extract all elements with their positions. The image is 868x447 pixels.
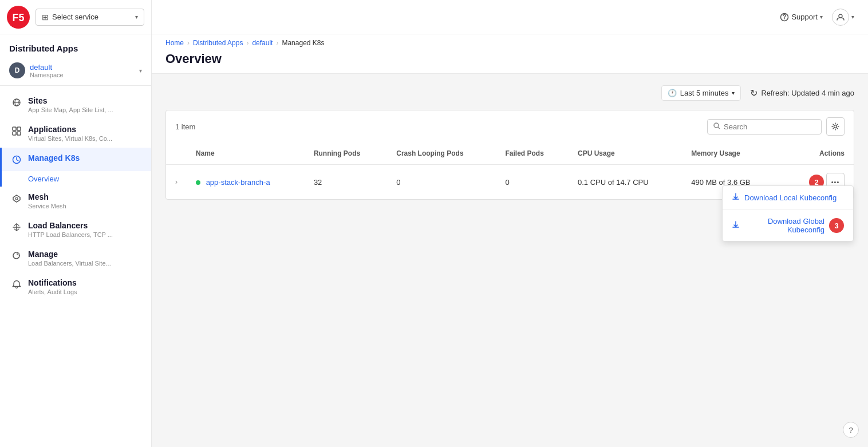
mesh-title: Mesh <box>28 192 66 201</box>
load-balancers-title: Load Balancers <box>28 221 113 230</box>
support-icon <box>780 13 789 22</box>
refresh-button[interactable]: ↻ Refresh: Updated 4 min ago <box>750 88 854 98</box>
notifications-sub: Alerts, Audit Logs <box>28 288 77 295</box>
svg-rect-7 <box>13 132 16 135</box>
topbar-right: Support ▾ ▾ <box>780 9 854 26</box>
search-input[interactable] <box>724 122 815 131</box>
sidebar-section-title: Distributed Apps <box>0 34 151 58</box>
svg-point-15 <box>834 125 837 128</box>
sidebar-item-manage[interactable]: Manage Load Balancers, Virtual Site... <box>0 244 151 272</box>
time-chevron-icon: ▾ <box>732 90 735 96</box>
item-count: 1 item <box>175 122 195 131</box>
svg-marker-10 <box>13 195 20 202</box>
namespace-name: default <box>30 63 139 72</box>
breadcrumb-home[interactable]: Home <box>165 39 184 47</box>
svg-rect-8 <box>17 132 21 135</box>
sidebar-subitem-overview[interactable]: Overview <box>0 171 151 187</box>
f5-logo: F5 <box>7 6 30 29</box>
svg-text:F5: F5 <box>12 12 24 23</box>
user-chevron-icon: ▾ <box>851 14 854 20</box>
sidebar-item-mesh[interactable]: Mesh Service Mesh <box>0 187 151 215</box>
load-balancers-sub: HTTP Load Balancers, TCP ... <box>28 231 113 238</box>
download-local-kubeconfig[interactable]: Download Local Kubeconfig <box>723 186 853 210</box>
sidebar-header: F5 ⊞ Select service ▾ <box>0 0 151 34</box>
managed-k8s-icon <box>11 154 22 165</box>
more-icon: ••• <box>831 179 840 185</box>
refresh-label: Refresh: Updated 4 min ago <box>761 89 854 97</box>
page-title: Overview <box>165 49 854 73</box>
row-crash-looping-pods: 0 <box>387 165 496 200</box>
user-button[interactable]: ▾ <box>832 9 854 26</box>
managed-k8s-title: Managed K8s <box>28 153 80 163</box>
breadcrumb-default[interactable]: default <box>252 39 273 47</box>
mesh-sub: Service Mesh <box>28 203 66 209</box>
content-header: Home › Distributed Apps › default › Mana… <box>152 34 868 74</box>
namespace-selector[interactable]: D default Namespace ▾ <box>0 58 151 86</box>
user-avatar <box>832 9 849 26</box>
sidebar-item-managed-k8s[interactable]: Managed K8s <box>0 148 151 171</box>
download-local-label: Download Local Kubeconfig <box>744 193 837 202</box>
col-actions: Actions <box>781 143 854 165</box>
download-global-icon <box>732 221 740 231</box>
download-global-kubeconfig[interactable]: Download Global Kubeconfig 3 <box>723 210 853 241</box>
applications-icon <box>11 125 22 137</box>
manage-icon <box>11 250 22 262</box>
service-select-dropdown[interactable]: ⊞ Select service ▾ <box>35 9 144 26</box>
chevron-down-icon: ▾ <box>135 14 138 20</box>
clock-icon: 🕐 <box>668 89 677 97</box>
namespace-label: Namespace <box>30 72 139 78</box>
app-name-link[interactable]: app-stack-branch-a <box>206 178 270 187</box>
sidebar-item-applications[interactable]: Applications Virtual Sites, Virtual K8s,… <box>0 119 151 148</box>
notifications-icon <box>11 279 22 290</box>
breadcrumb-managed-k8s: Managed K8s <box>282 39 324 47</box>
time-selector[interactable]: 🕐 Last 5 minutes ▾ <box>661 85 741 101</box>
grid-icon: ⊞ <box>42 13 49 22</box>
row-running-pods: 32 <box>305 165 387 200</box>
refresh-icon: ↻ <box>750 88 757 98</box>
namespace-chevron-icon: ▾ <box>139 68 142 74</box>
table-header-row: Name Running Pods Crash Looping Pods Fai… <box>166 143 854 165</box>
col-name: Name <box>187 143 305 165</box>
help-button[interactable]: ? <box>843 422 859 438</box>
namespace-avatar: D <box>9 62 25 78</box>
breadcrumb: Home › Distributed Apps › default › Mana… <box>165 39 854 47</box>
manage-sub: Load Balancers, Virtual Site... <box>28 260 111 267</box>
service-select-label: Select service <box>52 13 132 21</box>
main-content: Support ▾ ▾ Home › Distributed Apps › de… <box>152 0 868 447</box>
applications-sub: Virtual Sites, Virtual K8s, Co... <box>28 135 112 142</box>
support-label: Support <box>791 13 818 21</box>
download-global-label: Download Global Kubeconfig <box>743 217 824 234</box>
breadcrumb-distributed-apps[interactable]: Distributed Apps <box>193 39 243 47</box>
sidebar: F5 ⊞ Select service ▾ Distributed Apps D… <box>0 0 152 447</box>
status-dot <box>196 180 200 185</box>
col-crash-looping: Crash Looping Pods <box>387 143 496 165</box>
actions-dropdown-menu: Download Local Kubeconfig Download Globa… <box>722 185 854 242</box>
search-icon <box>713 122 720 131</box>
support-chevron-icon: ▾ <box>820 14 823 20</box>
col-cpu-usage: CPU Usage <box>569 143 682 165</box>
table-row: › app-stack-branch-a 32 0 0 0.1 CPU of 1… <box>166 165 854 200</box>
time-label: Last 5 minutes <box>680 89 729 97</box>
support-button[interactable]: Support ▾ <box>780 13 823 22</box>
row-expander[interactable]: › <box>166 165 187 200</box>
notifications-title: Notifications <box>28 278 77 287</box>
table-container: 1 item Name <box>165 110 854 200</box>
col-memory-usage: Memory Usage <box>682 143 780 165</box>
sidebar-item-sites[interactable]: Sites App Site Map, App Site List, ... <box>0 90 151 119</box>
topbar: Support ▾ ▾ <box>152 0 868 34</box>
time-bar: 🕐 Last 5 minutes ▾ ↻ Refresh: Updated 4 … <box>165 85 854 101</box>
svg-point-14 <box>714 123 719 128</box>
sites-icon <box>11 97 22 108</box>
namespace-info: default Namespace <box>30 63 139 78</box>
svg-point-13 <box>839 14 842 18</box>
search-box[interactable] <box>707 119 822 135</box>
sidebar-item-notifications[interactable]: Notifications Alerts, Audit Logs <box>0 272 151 301</box>
content-area: 🕐 Last 5 minutes ▾ ↻ Refresh: Updated 4 … <box>152 74 868 447</box>
table-toolbar: 1 item <box>166 110 854 136</box>
svg-rect-5 <box>13 127 16 130</box>
download-local-icon <box>732 193 740 203</box>
table-settings-button[interactable] <box>826 117 845 136</box>
sidebar-item-load-balancers[interactable]: Load Balancers HTTP Load Balancers, TCP … <box>0 215 151 244</box>
sites-sub: App Site Map, App Site List, ... <box>28 106 113 113</box>
svg-rect-6 <box>17 127 21 130</box>
